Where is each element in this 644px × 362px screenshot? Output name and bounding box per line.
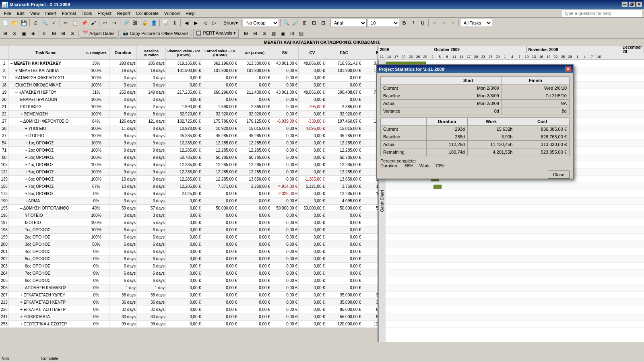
table-row[interactable]: 71 + 2ος ΟΡΟΦΟΣ 100% 9 days 9 days 12.28… xyxy=(0,147,378,154)
tb2-btn7[interactable]: ⊞ xyxy=(59,29,68,38)
table-row[interactable]: 17 ΚΑΤΑΘΕΣΗ ΦΑΚΕΛΟΥ ΣΤΙ 100% 0 days 0 da… xyxy=(0,74,378,82)
adjust-dates-button[interactable]: 📅 Adjust Dates xyxy=(80,29,117,38)
table-row[interactable]: 28 + ΥΠΟΓΕΙΟ 100% 11 days 8 days 10.920,… xyxy=(0,125,378,132)
tb2-btn4[interactable]: ◈ xyxy=(29,29,37,38)
tb2-grid-btn4[interactable]: ▦ xyxy=(269,29,278,38)
tb2-grid-btn5[interactable]: ▣ xyxy=(279,29,287,38)
tb2-btn5[interactable]: ⊡ xyxy=(40,29,49,38)
copy-button[interactable]: 📋 xyxy=(70,19,79,27)
underline-button[interactable]: U xyxy=(418,19,427,27)
table-row[interactable]: 21 ΕΚΣΚΑΦΕΣ 100% 3 days 2 days 1.590,00 … xyxy=(0,103,378,111)
menu-format[interactable]: Format xyxy=(60,10,78,16)
resource-button[interactable]: 👤 xyxy=(149,19,158,27)
dialog-close-x[interactable]: ✕ xyxy=(565,66,571,72)
tb2-btn1[interactable]: ⊞ xyxy=(1,29,10,38)
table-row[interactable]: 190 + ΔΩΜΑ 0% 3 days 3 days 0,00 € 0,00 … xyxy=(0,197,378,205)
print-preview-button[interactable]: 🔍 xyxy=(40,19,49,27)
table-row[interactable]: 88 + 3ος ΟΡΟΦΟΣ 100% 9 days 9 days 50.78… xyxy=(0,154,378,161)
task-info-button[interactable]: ℹ xyxy=(170,19,179,27)
tb2-btn8[interactable]: ⊠ xyxy=(68,29,77,38)
group-dropdown[interactable]: No Group xyxy=(243,19,279,27)
menu-help[interactable]: Help xyxy=(183,10,197,16)
print-button[interactable]: 🖨 xyxy=(31,19,40,27)
col-sv[interactable]: SV xyxy=(271,46,299,60)
col-pct-complete[interactable]: % Complete xyxy=(83,46,109,60)
table-row[interactable]: 122 + 5ος ΟΡΟΦΟΣ 100% 9 days 9 days 12.2… xyxy=(0,169,378,176)
menu-view[interactable]: View xyxy=(28,10,42,16)
bold-button[interactable]: B xyxy=(400,19,409,27)
col-cv[interactable]: CV xyxy=(299,46,326,60)
close-button[interactable]: ✕ xyxy=(636,2,642,7)
table-row[interactable]: 228 + ΕΓΚΑΤΑΣΤΑΣΗ ΗΛΕΤΡ 0% 32 days 32 da… xyxy=(0,306,378,313)
save-button[interactable]: 💾 xyxy=(19,19,28,27)
menu-edit[interactable]: Edit xyxy=(14,10,27,16)
format-painter-button[interactable]: 🖌 xyxy=(89,19,98,27)
tb2-btn6[interactable]: ⊟ xyxy=(50,29,58,38)
table-row[interactable]: 199 2ος ΟΡΟΦΟΣ 100% 6 days 6 days 0,00 €… xyxy=(0,234,378,241)
table-row[interactable]: 213 + ΕΓΚΑΤΑΣΤΑΣΗ ΚΕΝΤΡ 0% 36 days 36 da… xyxy=(0,299,378,306)
table-row[interactable]: 27 – ΔΟΜΗΣΗ ΦΕΡΟΝΤΟΣ Ο 84% 126 days 121 … xyxy=(0,118,378,125)
col-baseline-duration[interactable]: Baseline Duration xyxy=(137,46,166,60)
redo-button[interactable]: ↪ xyxy=(110,19,119,27)
minimize-button[interactable]: — xyxy=(621,2,628,7)
copy-picture-button[interactable]: 📷 Copy Picture to Office Wizard xyxy=(120,29,190,38)
table-row[interactable]: 205 8ος ΟΡΟΦΟΣ 0% 6 days 6 days 0,00 € 0… xyxy=(0,277,378,284)
go-to-button[interactable]: ⊟ xyxy=(319,19,328,27)
help-search-bar[interactable] xyxy=(562,9,642,17)
table-row[interactable]: 203 6ος ΟΡΟΦΟΣ 0% 6 days 6 days 0,00 € 0… xyxy=(0,263,378,270)
table-row[interactable]: 204 7ος ΟΡΟΦΟΣ 0% 6 days 6 days 0,00 € 0… xyxy=(0,270,378,277)
table-row[interactable]: 156 + 7ος ΟΡΟΦΟΣ 67% 10 days 9 days 12.2… xyxy=(0,183,378,190)
col-bac[interactable]: BAC xyxy=(362,46,378,60)
table-row[interactable]: 20 ΕΝΑΡΞΗ ΕΡΓΑΣΙΩΝ 100% 0 days 0 days 0,… xyxy=(0,96,378,103)
table-row[interactable]: 2 + ΜΕΛΕΤΕΣ ΚΑΙ ΛΟΙΠΑ 100% 19 days 19 da… xyxy=(0,67,378,74)
new-button[interactable]: 📄 xyxy=(1,19,10,27)
menu-file[interactable]: File xyxy=(2,10,14,16)
col-ev[interactable]: Earned Value - EV (BCWP) xyxy=(202,46,238,60)
col-task-name[interactable]: Task Name xyxy=(9,46,83,60)
restore-button[interactable]: 🗗 xyxy=(629,2,635,7)
table-row[interactable]: 18 ΕΚΔΟΣΗ ΟΙΚΟΔΟΜΙΚΗΣ 100% 0 days 0 days… xyxy=(0,82,378,89)
tb2-grid-btn2[interactable]: ⊟ xyxy=(251,29,260,38)
hyperlink-button[interactable]: 🔗 xyxy=(122,19,130,27)
menu-window[interactable]: Window xyxy=(162,10,182,16)
align-left-button[interactable]: ≡ xyxy=(430,19,439,27)
scroll-task-button[interactable]: ⊡ xyxy=(310,19,318,27)
undo-button[interactable]: ↩ xyxy=(101,19,109,27)
table-row[interactable]: 200 3ος ΟΡΟΦΟΣ 50% 6 days 6 days 0,00 € … xyxy=(0,241,378,248)
cut-button[interactable]: ✂ xyxy=(61,19,70,27)
menu-report[interactable]: Report xyxy=(115,10,133,16)
table-row[interactable]: 202 5ος ΟΡΟΦΟΣ 0% 6 days 6 days 0,00 € 0… xyxy=(0,255,378,263)
tb2-grid-btn7[interactable]: ▤ xyxy=(297,29,306,38)
menu-collaborate[interactable]: Collaborate xyxy=(134,10,161,16)
assign-resource-button[interactable]: 📊 xyxy=(161,19,170,27)
table-row[interactable]: 197 ΙΣΟΓΕΙΟ 100% 5 days 5 days 0,00 € 0,… xyxy=(0,219,378,226)
nav-right2-button[interactable]: ▷ xyxy=(210,19,219,27)
table-row[interactable]: 201 4ος ΟΡΟΦΟΣ 0% 6 days 6 days 0,00 € 0… xyxy=(0,248,378,255)
col-eac[interactable]: EAC xyxy=(326,46,362,60)
italic-button[interactable]: I xyxy=(409,19,418,27)
task-link-button[interactable]: ⛓ xyxy=(131,19,140,27)
pert-analysis-button[interactable]: 🔲 PERT Analysis ▾ xyxy=(193,29,238,38)
tb2-grid-btn6[interactable]: ⊡ xyxy=(288,29,297,38)
menu-insert[interactable]: Insert xyxy=(43,10,59,16)
tb2-btn2[interactable]: ⊠ xyxy=(10,29,19,38)
tb2-grid-btn3[interactable]: ⊠ xyxy=(260,29,269,38)
menu-tools[interactable]: Tools xyxy=(79,10,95,16)
table-row[interactable]: 253 + ΕΞΩΤΕΡΙΚΑ & ΕΣΩΤΕΡ 0% 99 days 99 d… xyxy=(0,321,378,328)
table-row[interactable]: 207 + ΕΓΚΑΤΑΣΤΑΣΗ ΥΔΡΕΥ 0% 38 days 38 da… xyxy=(0,292,378,299)
table-row[interactable]: 196 ΥΠΟΓΕΙΟ 100% 3 days 3 days 0,00 € 0,… xyxy=(0,212,378,219)
nav-left2-button[interactable]: ◁ xyxy=(200,19,209,27)
fontsize-dropdown[interactable]: 10 xyxy=(367,19,399,27)
col-ac[interactable]: AC (ACWP) xyxy=(238,46,271,60)
nav-right-button[interactable]: ▶ xyxy=(191,19,200,27)
help-search-input[interactable] xyxy=(564,11,640,16)
font-dropdown[interactable]: Arial xyxy=(330,19,367,27)
menu-project[interactable]: Project xyxy=(95,10,114,16)
col-pv[interactable]: Planned Value - PV (BCWS) xyxy=(166,46,202,60)
table-row[interactable]: 37 + ΙΣΟΓΕΙΟ 100% 9 days 9 days 45.285,0… xyxy=(0,132,378,140)
align-center-button[interactable]: ≡ xyxy=(439,19,448,27)
table-row[interactable]: 105 + 4ος ΟΡΟΦΟΣ 100% 9 days 9 days 12.2… xyxy=(0,161,378,169)
table-row[interactable]: 206 ΑΠΟΛHΞΗ ΚΛΙΜΑΚΟΣ 0% 1 day 1 day 0,00… xyxy=(0,284,378,292)
table-row[interactable]: 241 + ΕΠΙΧΡΙΣΜΑΤΑ 0% 30 days 30 days 0,0… xyxy=(0,313,378,321)
show-button[interactable]: Show▾ xyxy=(221,19,240,27)
